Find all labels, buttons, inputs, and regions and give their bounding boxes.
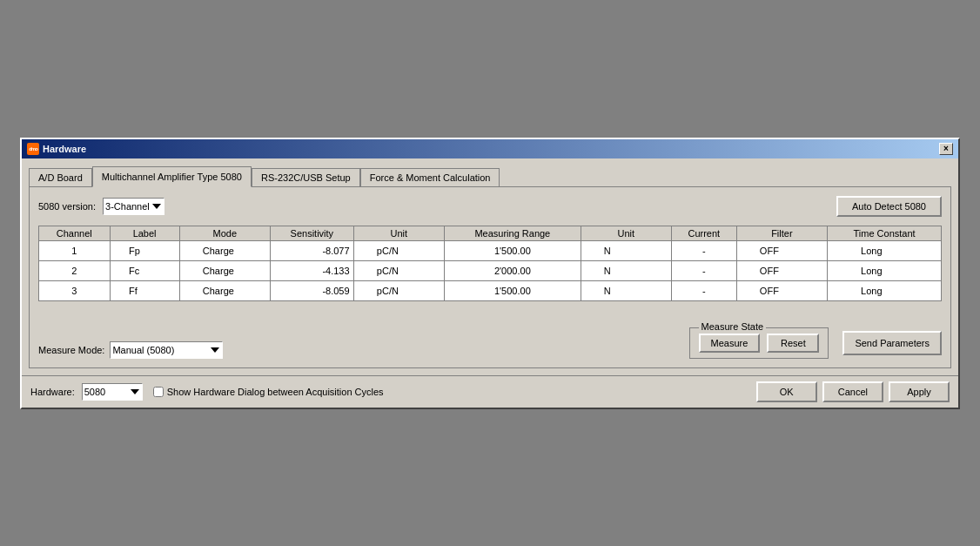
ok-button[interactable]: OK — [756, 381, 817, 402]
measure-state-group: Measure State Measure Reset — [689, 327, 829, 359]
show-dialog-checkbox[interactable] — [153, 387, 164, 397]
auto-detect-button[interactable]: Auto Detect 5080 — [836, 196, 942, 217]
col-unit: Unit — [353, 226, 444, 240]
tab-ad-board[interactable]: A/D Board — [29, 168, 92, 187]
table-cell[interactable]: NkN — [581, 260, 671, 280]
table-cell[interactable]: ChargeIEPE — [179, 280, 270, 300]
send-parameters-button[interactable]: Send Parameters — [842, 331, 942, 355]
version-row: 5080 version: 3-Channel 1-Channel 6-Chan… — [38, 196, 942, 217]
cell-select[interactable]: OFFON — [758, 283, 806, 299]
hardware-select[interactable]: 5080 Other — [82, 383, 143, 401]
reset-button[interactable]: Reset — [767, 334, 819, 353]
table-cell: 3 — [39, 280, 111, 300]
hardware-label: Hardware: — [30, 387, 75, 397]
cell-select[interactable]: LongShortMedium — [859, 283, 910, 299]
measure-state-label: Measure State — [699, 321, 767, 332]
cell-input[interactable] — [127, 262, 162, 280]
tab-force-moment[interactable]: Force & Moment Calculation — [360, 168, 500, 187]
col-channel: Channel — [39, 226, 111, 240]
apply-button[interactable]: Apply — [889, 381, 950, 402]
title-bar: dmo Hardware × — [22, 139, 958, 158]
tab-multichannel[interactable]: Multichannel Amplifier Type 5080 — [92, 166, 252, 187]
tab-content: 5080 version: 3-Channel 1-Channel 6-Chan… — [29, 186, 951, 368]
table-cell: -8.077 — [271, 240, 354, 260]
footer: Hardware: 5080 Other Show Hardware Dialo… — [22, 375, 958, 408]
col-sensitivity: Sensitivity — [271, 226, 354, 240]
table-cell: 2 — [39, 260, 111, 280]
table-cell[interactable]: ChargeIEPE — [179, 240, 270, 260]
table-cell[interactable]: pC/NmV/N — [353, 260, 444, 280]
cell-select[interactable]: pC/NmV/N — [375, 243, 423, 259]
dialog-content: A/D Board Multichannel Amplifier Type 50… — [22, 158, 958, 375]
table-cell: 1'500.00 — [445, 240, 581, 260]
cell-select[interactable]: ChargeIEPE — [201, 283, 249, 299]
bottom-section: Measure Mode: Manual (5080) Auto (5080) … — [38, 327, 942, 359]
table-cell[interactable]: LongShortMedium — [828, 260, 942, 280]
table-cell[interactable] — [110, 280, 179, 300]
col-label: Label — [110, 226, 179, 240]
table-cell[interactable]: OFFON — [736, 240, 827, 260]
cell-select[interactable]: ChargeIEPE — [201, 263, 249, 279]
measure-mode-select[interactable]: Manual (5080) Auto (5080) — [110, 341, 223, 359]
table-cell[interactable] — [110, 240, 179, 260]
cell-input[interactable] — [127, 242, 162, 260]
table-cell: 2'000.00 — [445, 260, 581, 280]
col-time-constant: Time Constant — [828, 226, 942, 240]
close-button[interactable]: × — [939, 143, 953, 155]
show-dialog-label: Show Hardware Dialog between Acquisition… — [167, 387, 384, 397]
col-mode: Mode — [179, 226, 270, 240]
cell-select[interactable]: NkN — [602, 283, 650, 299]
table-cell: - — [672, 240, 737, 260]
table-cell: 1 — [39, 240, 111, 260]
table-cell[interactable]: NkN — [581, 280, 671, 300]
measure-mode-group: Measure Mode: Manual (5080) Auto (5080) — [38, 341, 223, 359]
table-cell[interactable]: OFFON — [736, 260, 827, 280]
cell-select[interactable]: pC/NmV/N — [375, 283, 423, 299]
measure-button[interactable]: Measure — [699, 334, 761, 353]
version-select[interactable]: 3-Channel 1-Channel 6-Channel — [103, 198, 164, 215]
table-cell[interactable]: ChargeIEPE — [179, 260, 270, 280]
table-cell: - — [672, 260, 737, 280]
cell-select[interactable]: pC/NmV/N — [375, 263, 423, 279]
table-cell[interactable] — [110, 260, 179, 280]
show-dialog-row: Show Hardware Dialog between Acquisition… — [153, 387, 384, 397]
cell-input[interactable] — [127, 282, 162, 300]
table-cell[interactable]: LongShortMedium — [828, 280, 942, 300]
cell-select[interactable]: NkN — [602, 243, 650, 259]
table-row: 3ChargeIEPE-8.059pC/NmV/N1'500.00NkN-OFF… — [39, 280, 942, 300]
cell-select[interactable]: OFFON — [758, 243, 806, 259]
title-bar-left: dmo Hardware — [27, 143, 86, 155]
table-cell[interactable]: pC/NmV/N — [353, 280, 444, 300]
cell-select[interactable]: ChargeIEPE — [201, 243, 249, 259]
table-cell: -4.133 — [271, 260, 354, 280]
col-unit2: Unit — [581, 226, 671, 240]
tab-bar: A/D Board Multichannel Amplifier Type 50… — [29, 165, 951, 186]
table-cell[interactable]: pC/NmV/N — [353, 240, 444, 260]
table-cell[interactable]: LongShortMedium — [828, 240, 942, 260]
col-current: Current — [672, 226, 737, 240]
tab-rs232c[interactable]: RS-232C/USB Setup — [252, 168, 360, 187]
table-cell: -8.059 — [271, 280, 354, 300]
cell-select[interactable]: NkN — [602, 263, 650, 279]
table-cell[interactable]: NkN — [581, 240, 671, 260]
version-label: 5080 version: — [38, 201, 96, 212]
col-measuring-range: Measuring Range — [445, 226, 581, 240]
app-icon: dmo — [27, 143, 39, 155]
table-cell: 1'500.00 — [445, 280, 581, 300]
cell-select[interactable]: LongShortMedium — [859, 243, 910, 259]
channel-table: Channel Label Mode Sensitivity Unit Meas… — [38, 226, 942, 301]
footer-buttons: OK Cancel Apply — [756, 381, 950, 402]
window-title: Hardware — [43, 144, 86, 154]
table-cell: - — [672, 280, 737, 300]
hardware-dialog: dmo Hardware × A/D Board Multichannel Am… — [20, 138, 960, 409]
table-row: 1ChargeIEPE-8.077pC/NmV/N1'500.00NkN-OFF… — [39, 240, 942, 260]
table-row: 2ChargeIEPE-4.133pC/NmV/N2'000.00NkN-OFF… — [39, 260, 942, 280]
cell-select[interactable]: OFFON — [758, 263, 806, 279]
cell-select[interactable]: LongShortMedium — [859, 263, 910, 279]
col-filter: Filter — [736, 226, 827, 240]
cancel-button[interactable]: Cancel — [822, 381, 883, 402]
table-cell[interactable]: OFFON — [736, 280, 827, 300]
measure-mode-label: Measure Mode: — [38, 345, 104, 355]
